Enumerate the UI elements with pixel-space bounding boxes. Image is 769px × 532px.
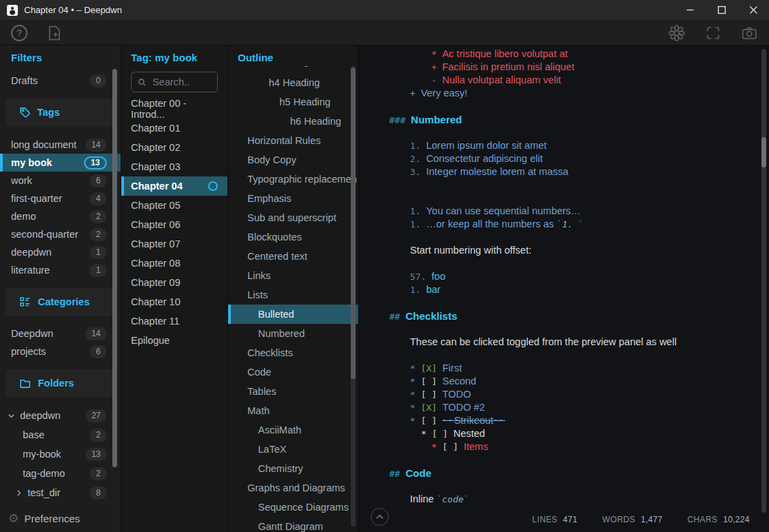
editor-line[interactable] <box>359 126 759 139</box>
editor-line[interactable] <box>359 349 759 362</box>
file-item-chapter-06[interactable]: Chapter 06 <box>121 215 227 234</box>
outline-item-h5-heading[interactable]: h5 Heading <box>228 92 358 112</box>
file-item-chapter-08[interactable]: Chapter 08 <box>121 254 227 273</box>
outline-item-gantt-diagram[interactable]: Gantt Diagram <box>228 517 358 532</box>
editor-line[interactable] <box>359 257 759 270</box>
outline-item-code[interactable]: Code <box>228 362 358 382</box>
outline-item-chemistry[interactable]: Chemistry <box>228 459 358 478</box>
outline-item-h4-heading[interactable]: h4 Heading <box>228 73 358 92</box>
category-item-projects[interactable]: projects6 <box>0 342 121 360</box>
editor-line[interactable]: * [ ] Second <box>359 375 759 388</box>
tag-item-deepdwn[interactable]: deepdwn1 <box>0 243 121 261</box>
file-item-chapter-02[interactable]: Chapter 02 <box>121 138 227 157</box>
folders-section-header[interactable]: Folders <box>6 369 115 397</box>
file-item-chapter-10[interactable]: Chapter 10 <box>121 292 227 311</box>
outline-item-bulleted[interactable]: Bulleted <box>228 305 358 324</box>
file-item-chapter-04[interactable]: Chapter 04 <box>121 176 227 196</box>
preferences-button[interactable]: ⚙ Preferences <box>0 504 121 532</box>
editor-line[interactable]: ## Checklists <box>359 309 759 323</box>
category-item-deepdwn[interactable]: Deepdwn14 <box>0 325 121 342</box>
editor-line[interactable]: 1. bar <box>359 283 759 296</box>
outline-item-checklists[interactable]: Checklists <box>228 343 358 362</box>
outline-item-math[interactable]: Math <box>228 401 358 420</box>
editor-line[interactable] <box>359 178 759 192</box>
editor-line[interactable]: + Facilisis in pretium nisl aliquet <box>359 61 759 74</box>
new-file-button[interactable] <box>47 25 62 41</box>
editor-line[interactable] <box>359 100 759 113</box>
outline-item-numbered[interactable]: Numbered <box>228 324 358 343</box>
editor-line[interactable]: Inline `code` <box>359 493 759 506</box>
editor-line[interactable]: 1. …or keep all the numbers as `1. ` <box>359 218 759 231</box>
outline-item-links[interactable]: Links <box>228 266 358 285</box>
editor-line[interactable]: * Ac tristique libero volutpat at <box>359 48 759 61</box>
chevron-down-icon[interactable] <box>7 411 16 420</box>
editor-line[interactable]: * [ ] TODO <box>359 388 759 401</box>
file-item-chapter-07[interactable]: Chapter 07 <box>121 234 227 254</box>
editor-line[interactable]: + Very easy! <box>359 87 759 100</box>
editor-line[interactable]: Start numbering with offset: <box>359 244 759 257</box>
file-item-epilogue[interactable]: Epilogue <box>121 331 227 350</box>
editor-line[interactable]: * [X] First <box>359 362 759 375</box>
tag-item-my-book[interactable]: my book13 <box>0 154 121 172</box>
editor-line[interactable] <box>359 453 759 467</box>
editor-line[interactable]: - Nulla volutpat aliquam velit <box>359 74 759 87</box>
outline-item-tables[interactable]: Tables <box>228 382 358 401</box>
editor-line[interactable]: * [ ] ~~Strikeout~~ <box>359 414 759 427</box>
file-item-chapter-05[interactable]: Chapter 05 <box>121 196 227 215</box>
editor-line[interactable]: 1. You can use sequential numbers… <box>359 205 759 218</box>
editor-line[interactable] <box>359 296 759 309</box>
file-item-chapter-00-introd[interactable]: Chapter 00 - Introd... <box>121 99 227 119</box>
tag-item-long-document[interactable]: long document14 <box>0 136 121 154</box>
filter-item-drafts[interactable]: Drafts 0 <box>0 72 121 90</box>
editor-line[interactable] <box>359 480 759 493</box>
editor-line[interactable]: 1. Lorem ipsum dolor sit amet <box>359 139 759 152</box>
chevron-right-icon[interactable] <box>14 489 23 498</box>
tags-section-header[interactable]: Tags <box>6 99 115 126</box>
screenshot-button[interactable] <box>741 25 758 41</box>
preview-button[interactable] <box>668 24 686 42</box>
tag-item-work[interactable]: work6 <box>0 172 121 190</box>
minimize-button[interactable] <box>674 0 706 20</box>
folder-item-base[interactable]: base2 <box>0 425 121 444</box>
editor-line[interactable]: 2. Consectetur adipiscing elit <box>359 152 759 165</box>
tag-item-second-quarter[interactable]: second-quarter2 <box>0 225 121 243</box>
editor-line[interactable] <box>359 323 759 336</box>
outline-item-lists[interactable]: Lists <box>228 285 358 305</box>
outline-item-typographic-replacemen[interactable]: Typographic replacemen <box>228 170 358 189</box>
editor-scrollbar-thumb[interactable] <box>761 137 766 167</box>
filters-scrollbar[interactable] <box>112 69 117 467</box>
file-item-chapter-11[interactable]: Chapter 11 <box>121 311 227 331</box>
scroll-to-top-button[interactable] <box>371 508 389 526</box>
editor-line[interactable] <box>359 231 759 244</box>
folder-item-tag-demo[interactable]: tag-demo2 <box>0 464 121 483</box>
folder-item-deepdwn[interactable]: deepdwn27 <box>0 406 121 425</box>
editor-line[interactable]: 3. Integer molestie lorem at massa <box>359 165 759 178</box>
editor-line[interactable]: * [ ] Items <box>359 440 759 453</box>
file-item-chapter-09[interactable]: Chapter 09 <box>121 273 227 292</box>
search-box[interactable] <box>131 72 218 92</box>
outline-item-blockquotes[interactable]: Blockquotes <box>228 227 358 247</box>
editor-line[interactable]: ### Numbered <box>359 113 759 126</box>
editor-line[interactable]: 57. foo <box>359 270 759 283</box>
file-item-chapter-01[interactable]: Chapter 01 <box>121 119 227 138</box>
outline-item-body-copy[interactable]: Body Copy <box>228 150 358 170</box>
close-button[interactable] <box>737 0 769 20</box>
outline-item-graphs-and-diagrams[interactable]: Graphs and Diagrams <box>228 478 358 498</box>
outline-item-horizontal-rules[interactable]: Horizontal Rules <box>228 131 358 150</box>
outline-item-latex[interactable]: LaTeX <box>228 440 358 459</box>
tag-item-first-quarter[interactable]: first-quarter4 <box>0 190 121 207</box>
categories-section-header[interactable]: Categories <box>6 288 115 316</box>
outline-item-centered-text[interactable]: Centered text <box>228 247 358 266</box>
file-item-chapter-03[interactable]: Chapter 03 <box>121 157 227 176</box>
outline-item-asciimath[interactable]: AsciiMath <box>228 420 358 440</box>
editor-line[interactable]: ## Code <box>359 467 759 480</box>
editor-line[interactable]: * [ ] Nested <box>359 427 759 440</box>
editor-line[interactable] <box>359 192 759 205</box>
focus-mode-button[interactable] <box>705 25 721 41</box>
editor-line[interactable]: * [X] TODO #2 <box>359 401 759 414</box>
editor-surface[interactable]: * Ac tristique libero volutpat at+ Facil… <box>359 45 759 532</box>
editor-line[interactable]: These can be clicked toggled from the pr… <box>359 336 759 349</box>
tag-item-literature[interactable]: literature1 <box>0 261 121 279</box>
tag-item-demo[interactable]: demo2 <box>0 207 121 225</box>
editor-scrollbar-track[interactable] <box>761 49 766 513</box>
